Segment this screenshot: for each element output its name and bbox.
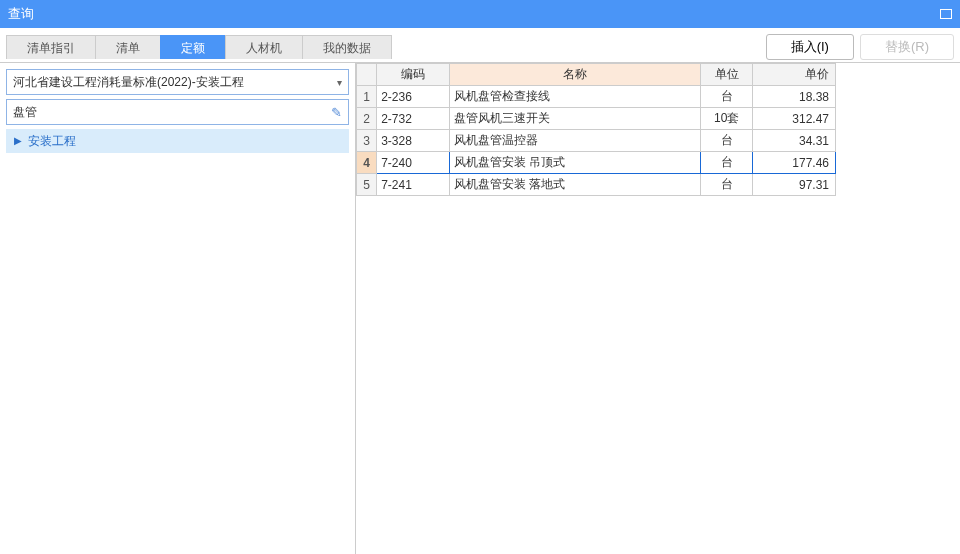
search-action-icon[interactable]: ✎ — [331, 105, 342, 120]
left-panel: 河北省建设工程消耗量标准(2022)-安装工程 ▾ 盘管 ✎ ▶ 安装工程 — [0, 63, 356, 554]
cell-unit[interactable]: 台 — [701, 152, 753, 174]
corner-cell — [357, 64, 377, 86]
row-number: 5 — [357, 174, 377, 196]
tab-4[interactable]: 我的数据 — [302, 35, 392, 59]
tab-2[interactable]: 定额 — [160, 35, 226, 59]
cell-name[interactable]: 风机盘管温控器 — [449, 130, 701, 152]
header-price[interactable]: 单价 — [753, 64, 836, 86]
table-row[interactable]: 22-732盘管风机三速开关10套312.47 — [357, 108, 836, 130]
toolbar: 清单指引清单定额人材机我的数据 插入(I) 替换(R) — [0, 28, 960, 62]
cell-name[interactable]: 风机盘管安装 落地式 — [449, 174, 701, 196]
insert-button[interactable]: 插入(I) — [766, 34, 854, 60]
result-table: 编码 名称 单位 单价 12-236风机盘管检查接线台18.3822-732盘管… — [356, 63, 836, 196]
window-title: 查询 — [8, 5, 34, 23]
row-number: 1 — [357, 86, 377, 108]
search-input[interactable]: 盘管 ✎ — [6, 99, 349, 125]
table-row[interactable]: 47-240风机盘管安装 吊顶式台177.46 — [357, 152, 836, 174]
row-number: 2 — [357, 108, 377, 130]
tabbar: 清单指引清单定额人材机我的数据 — [6, 35, 392, 59]
search-value: 盘管 — [13, 104, 331, 121]
cell-code[interactable]: 3-328 — [377, 130, 449, 152]
table-row[interactable]: 33-328风机盘管温控器台34.31 — [357, 130, 836, 152]
cell-code[interactable]: 2-236 — [377, 86, 449, 108]
maximize-icon[interactable] — [940, 9, 952, 19]
row-number: 3 — [357, 130, 377, 152]
standard-dropdown[interactable]: 河北省建设工程消耗量标准(2022)-安装工程 ▾ — [6, 69, 349, 95]
row-number: 4 — [357, 152, 377, 174]
tab-0[interactable]: 清单指引 — [6, 35, 96, 59]
tree-item-label: 安装工程 — [28, 129, 76, 153]
cell-name[interactable]: 风机盘管检查接线 — [449, 86, 701, 108]
category-tree: ▶ 安装工程 — [6, 129, 349, 153]
cell-name[interactable]: 盘管风机三速开关 — [449, 108, 701, 130]
cell-code[interactable]: 2-732 — [377, 108, 449, 130]
cell-price[interactable]: 18.38 — [753, 86, 836, 108]
cell-code[interactable]: 7-241 — [377, 174, 449, 196]
result-panel: 编码 名称 单位 单价 12-236风机盘管检查接线台18.3822-732盘管… — [356, 63, 960, 554]
tree-item-install[interactable]: ▶ 安装工程 — [6, 129, 349, 153]
cell-code[interactable]: 7-240 — [377, 152, 449, 174]
replace-button: 替换(R) — [860, 34, 954, 60]
header-name[interactable]: 名称 — [449, 64, 701, 86]
cell-price[interactable]: 177.46 — [753, 152, 836, 174]
cell-name[interactable]: 风机盘管安装 吊顶式 — [449, 152, 701, 174]
chevron-down-icon: ▾ — [337, 77, 342, 88]
cell-unit[interactable]: 台 — [701, 86, 753, 108]
cell-unit[interactable]: 台 — [701, 174, 753, 196]
header-unit[interactable]: 单位 — [701, 64, 753, 86]
header-code[interactable]: 编码 — [377, 64, 449, 86]
cell-price[interactable]: 97.31 — [753, 174, 836, 196]
table-row[interactable]: 12-236风机盘管检查接线台18.38 — [357, 86, 836, 108]
cell-unit[interactable]: 台 — [701, 130, 753, 152]
tree-expand-icon: ▶ — [14, 129, 22, 153]
tab-3[interactable]: 人材机 — [225, 35, 303, 59]
cell-price[interactable]: 312.47 — [753, 108, 836, 130]
cell-unit[interactable]: 10套 — [701, 108, 753, 130]
standard-value: 河北省建设工程消耗量标准(2022)-安装工程 — [13, 74, 337, 91]
cell-price[interactable]: 34.31 — [753, 130, 836, 152]
tab-1[interactable]: 清单 — [95, 35, 161, 59]
titlebar: 查询 — [0, 0, 960, 28]
table-row[interactable]: 57-241风机盘管安装 落地式台97.31 — [357, 174, 836, 196]
